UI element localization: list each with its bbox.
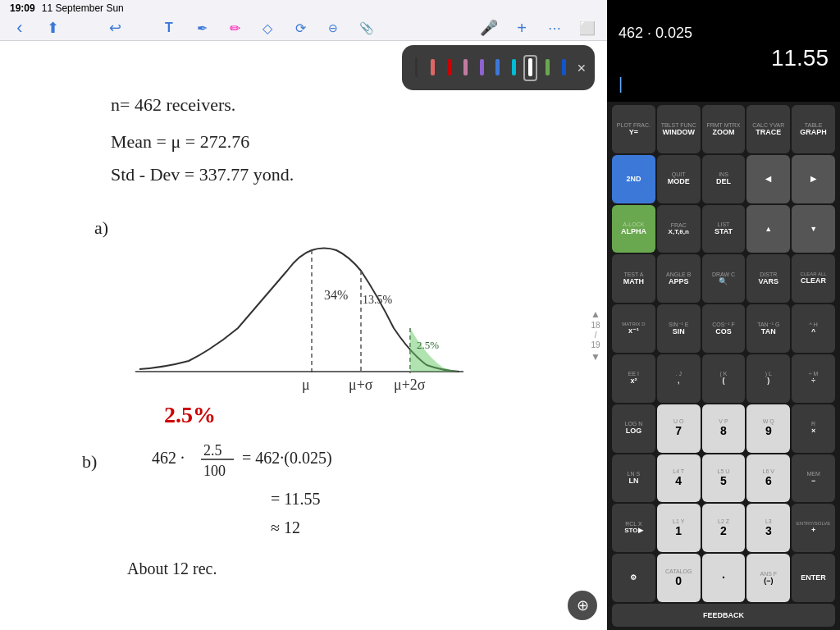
calc-mode-button[interactable]: QUIT MODE [657, 155, 701, 203]
eraser-tool-button[interactable]: ⊖ [323, 18, 343, 38]
lasso-tool-button[interactable]: ⟳ [290, 18, 310, 38]
calc-result-display: 11.55 [619, 45, 829, 71]
calc-tan-button[interactable]: TAN⁻¹ G TAN [746, 304, 790, 353]
color-red-light[interactable] [427, 55, 440, 81]
zoom-button[interactable]: ⊕ [568, 591, 597, 620]
calc-add-button[interactable]: ENTRY/SOLVE + [792, 504, 835, 552]
calc-square-button[interactable]: EE I x² [612, 354, 655, 403]
color-picker-popup: ✕ [402, 45, 595, 90]
curve-25-label: 2.5% [417, 339, 439, 351]
calc-right-button[interactable]: ▶ [792, 155, 835, 203]
calc-trace-button[interactable]: CALC YVAR TRACE [746, 105, 790, 153]
calc-zoom-button[interactable]: FRMT MTRX ZOOM [702, 105, 746, 153]
color-black[interactable] [410, 55, 423, 81]
calc-row-9: RCL X STO▶ L1 Y 1 L2 Z 2 L3 3 ENTRY/SOLV… [612, 504, 835, 552]
calc-feedback-button[interactable]: FEEDBACK [612, 604, 835, 627]
toolbar: ‹ ⬆ ↩ T ✒ ✏ ◇ ⟳ ⊖ 📎 🎤 + ⋯ ⬜ [0, 16, 607, 40]
calc-subtract-button[interactable]: MEM − [792, 454, 835, 503]
scroll-page-num: 18 [591, 322, 600, 330]
scroll-up-arrow[interactable]: ▲ [591, 308, 600, 320]
pen-tool-button[interactable]: ✒ [192, 18, 212, 38]
color-dark-blue[interactable] [557, 55, 570, 81]
calc-row-1: PLOT FRAC. Y= TBLST FUNC WINDOW FRMT MTR… [612, 105, 835, 153]
pages-button[interactable]: ⬜ [578, 18, 597, 38]
calc-5-button[interactable]: L5 U 5 [702, 454, 746, 503]
note-line2: Mean = μ = 272.76 [111, 131, 249, 152]
calc-open-paren-button[interactable]: ( K ( [702, 354, 746, 403]
calc-vars-button[interactable]: DISTR VARS [746, 254, 790, 303]
calc-cos-button[interactable]: COS⁻¹ F COS [702, 304, 746, 353]
calc-decimal-button[interactable]: · [702, 554, 746, 602]
calc-search-button[interactable]: DRAW C 🔍 [702, 254, 746, 303]
back-button[interactable]: ‹ [10, 18, 30, 38]
calc-sto-button[interactable]: RCL X STO▶ [612, 504, 655, 552]
calc-alpha-button[interactable]: A-LOCK ALPHA [612, 205, 655, 253]
color-blue[interactable] [491, 55, 504, 81]
calc-clear-button[interactable]: CLEAR ALL CLEAR [792, 254, 835, 303]
calc-row-11: FEEDBACK [612, 604, 835, 627]
calc-row-6: EE I x² . J , ( K ( ) L ) ÷ M ÷ [612, 354, 835, 403]
color-white-selected[interactable] [523, 55, 537, 81]
section-a-label: a) [94, 217, 108, 238]
calc-0-button[interactable]: CATALOG 0 [657, 554, 701, 602]
close-color-picker-button[interactable]: ✕ [577, 62, 587, 75]
bell-curve-group: 34% 13.5% 2.5% μ μ+σ μ+2σ [135, 249, 463, 394]
date-display: 11 September Sun [42, 2, 124, 14]
time-display: 19:09 [10, 2, 35, 14]
calc-divide-button[interactable]: ÷ M ÷ [792, 354, 835, 403]
color-cyan[interactable] [508, 55, 521, 81]
text-tool-button[interactable]: T [159, 18, 179, 38]
calc-3-button[interactable]: L3 3 [746, 504, 790, 552]
color-green[interactable] [541, 55, 554, 81]
color-pink[interactable] [459, 55, 472, 81]
calc-xtn-button[interactable]: FRAC X,T,θ,n [657, 205, 701, 253]
calc-4-button[interactable]: L4 T 4 [657, 454, 701, 503]
calc-8-button[interactable]: V P 8 [702, 404, 746, 453]
color-red[interactable] [443, 55, 456, 81]
calc-multiply-button[interactable]: R × [792, 404, 835, 453]
color-purple[interactable] [475, 55, 488, 81]
scroll-slash: / [595, 331, 597, 340]
calc-1-button[interactable]: L1 Y 1 [657, 504, 701, 552]
calc-2nd-button[interactable]: 2ND [612, 155, 655, 203]
scroll-down-arrow[interactable]: ▼ [591, 351, 600, 363]
calc-power-button[interactable]: ^ H ^ [792, 304, 835, 353]
curve-135-label: 13.5% [363, 294, 393, 306]
calc-left-button[interactable]: ◀ [746, 155, 790, 203]
axis-mu-sigma-label: μ+σ [349, 377, 373, 393]
calc-apps-button[interactable]: ANGLE B APPS [657, 254, 701, 303]
calc-stat-button[interactable]: LIST STAT [702, 205, 746, 253]
calc-math-button[interactable]: TEST A MATH [612, 254, 655, 303]
calc-9-button[interactable]: W Q 9 [746, 404, 790, 453]
calc-6-button[interactable]: L6 V 6 [746, 454, 790, 503]
calc-up-button[interactable]: ▲ [746, 205, 790, 253]
mic-button[interactable]: 🎤 [479, 18, 499, 38]
calc-ln-button[interactable]: LN S LN [612, 454, 655, 503]
share-button[interactable]: ⬆ [43, 18, 62, 38]
calc-del-button[interactable]: INS DEL [702, 155, 746, 203]
calc-down-button[interactable]: ▼ [792, 205, 835, 253]
calc-sin-button[interactable]: SIN⁻¹ E SIN [657, 304, 701, 353]
calc-row-5: MATRIX D x⁻¹ SIN⁻¹ E SIN COS⁻¹ F COS TAN… [612, 304, 835, 353]
more-button[interactable]: ⋯ [545, 18, 564, 38]
calc-graph-button[interactable]: TABLE GRAPH [792, 105, 835, 153]
calc-enter-button[interactable]: ENTER [792, 554, 835, 602]
shape-tool-button[interactable]: ◇ [258, 18, 277, 38]
calc-2-button[interactable]: L2 Z 2 [702, 504, 746, 552]
calc-row-7: LOG N LOG U O 7 V P 8 W Q 9 R × [612, 404, 835, 453]
calc-comma-button[interactable]: . J , [657, 354, 701, 403]
calc-window-button[interactable]: TBLST FUNC WINDOW [657, 105, 701, 153]
add-button[interactable]: + [512, 18, 532, 38]
calc-inverse-button[interactable]: MATRIX D x⁻¹ [612, 304, 655, 353]
comment-tool-button[interactable]: 📎 [356, 18, 376, 38]
calc-settings-button[interactable]: ⚙ [612, 554, 655, 602]
undo-button[interactable]: ↩ [105, 18, 125, 38]
highlighter-tool-button[interactable]: ✏ [225, 18, 244, 38]
calc-negate-button[interactable]: ANS F (−) [746, 554, 790, 602]
calc-formula-display: 462 · 0.025 [619, 25, 829, 42]
note-line3: Std - Dev = 337.77 yond. [111, 164, 294, 185]
calc-7-button[interactable]: U O 7 [657, 404, 701, 453]
calc-close-paren-button[interactable]: ) L ) [746, 354, 790, 403]
calc-y-equals-button[interactable]: PLOT FRAC. Y= [612, 105, 655, 153]
calc-log-button[interactable]: LOG N LOG [612, 404, 655, 453]
